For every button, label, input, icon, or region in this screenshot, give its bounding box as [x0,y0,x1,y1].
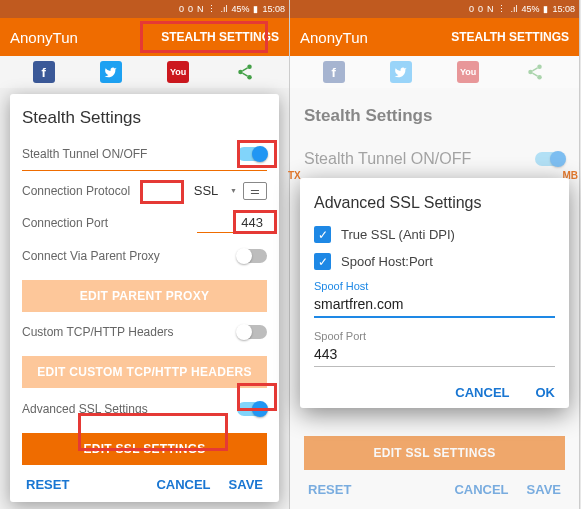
status-bar: 0 0 N ⋮ .ıl 45% ▮ 15:08 [0,0,289,18]
spoof-host-label: Spoof Host [314,280,555,292]
signal-icon: .ıl [220,4,227,14]
true-ssl-checkbox[interactable]: ✓ [314,226,331,243]
parent-proxy-row: Connect Via Parent Proxy [22,241,267,269]
modal-cancel-button[interactable]: CANCEL [455,385,509,400]
tunnel-toggle[interactable] [237,147,267,161]
right-screenshot: 0 0 N ⋮ .ıl 45% ▮ 15:08 AnonyTun STEALTH… [290,0,580,509]
advanced-ssl-modal: Advanced SSL Settings ✓ True SSL (Anti D… [300,178,569,408]
port-label: Connection Port [22,216,108,230]
headers-toggle[interactable] [237,325,267,339]
upload-speed: 0 [179,4,184,14]
app-title: AnonyTun [10,29,78,46]
adv-ssl-toggle[interactable] [237,402,267,416]
tunnel-label: Stealth Tunnel ON/OFF [22,147,147,161]
protocol-label: Connection Protocol [22,184,130,198]
protocol-select[interactable]: SSL [188,183,224,198]
youtube-icon[interactable]: You [167,61,189,83]
parent-proxy-label: Connect Via Parent Proxy [22,249,160,263]
save-button[interactable]: SAVE [229,477,263,492]
svg-point-1 [239,70,244,75]
spoof-port-input[interactable] [314,342,555,367]
social-row: f You [0,56,289,88]
battery-icon: ▮ [253,4,258,14]
headers-label: Custom TCP/HTTP Headers [22,325,174,339]
clock: 15:08 [262,4,285,14]
stealth-settings-dialog: Stealth Settings Stealth Tunnel ON/OFF C… [10,94,279,502]
dialog-title: Stealth Settings [22,108,267,128]
spoof-host-input[interactable] [314,292,555,318]
modal-title: Advanced SSL Settings [314,194,555,212]
tune-icon[interactable]: ⚌ [243,182,267,200]
facebook-icon[interactable]: f [33,61,55,83]
protocol-row: Connection Protocol SSL ▼ ⚌ [22,177,267,205]
svg-point-2 [248,75,253,80]
true-ssl-row: ✓ True SSL (Anti DPI) [314,226,555,243]
action-bar-r: AnonyTun STEALTH SETTINGS [290,18,579,56]
net-icon: N [197,4,204,14]
svg-point-0 [248,65,253,70]
battery-text: 45% [231,4,249,14]
spoof-port-label: Spoof Port [314,330,555,342]
dialog-actions: RESET CANCEL SAVE [22,471,267,494]
port-row: Connection Port [22,209,267,237]
edit-headers-button[interactable]: EDIT CUSTOM TCP/HTTP HEADERS [22,356,267,388]
cancel-button[interactable]: CANCEL [156,477,210,492]
chevron-down-icon: ▼ [230,187,237,194]
status-bar-r: 0 0 N ⋮ .ıl 45% ▮ 15:08 [290,0,579,18]
edit-parent-proxy-button[interactable]: EDIT PARENT PROXY [22,280,267,312]
twitter-icon[interactable] [100,61,122,83]
tunnel-toggle-row: Stealth Tunnel ON/OFF [22,142,267,171]
stealth-settings-link[interactable]: STEALTH SETTINGS [161,30,279,44]
headers-row: Custom TCP/HTTP Headers [22,318,267,346]
reset-button[interactable]: RESET [26,477,69,492]
adv-ssl-label: Advanced SSL Settings [22,402,148,416]
spoof-hostport-checkbox[interactable]: ✓ [314,253,331,270]
action-bar: AnonyTun STEALTH SETTINGS [0,18,289,56]
left-screenshot: 0 0 N ⋮ .ıl 45% ▮ 15:08 AnonyTun STEALTH… [0,0,290,509]
parent-proxy-toggle[interactable] [237,249,267,263]
adv-ssl-row: Advanced SSL Settings [22,394,267,422]
tx-indicator: TX [288,170,301,181]
spoof-hostport-label: Spoof Host:Port [341,254,433,269]
modal-ok-button[interactable]: OK [536,385,556,400]
true-ssl-label: True SSL (Anti DPI) [341,227,455,242]
edit-ssl-button[interactable]: EDIT SSL SETTINGS [22,433,267,465]
share-icon[interactable] [234,61,256,83]
download-speed: 0 [188,4,193,14]
wifi-icon: ⋮ [207,4,216,14]
port-input[interactable] [197,213,267,233]
spoof-hostport-row: ✓ Spoof Host:Port [314,253,555,270]
